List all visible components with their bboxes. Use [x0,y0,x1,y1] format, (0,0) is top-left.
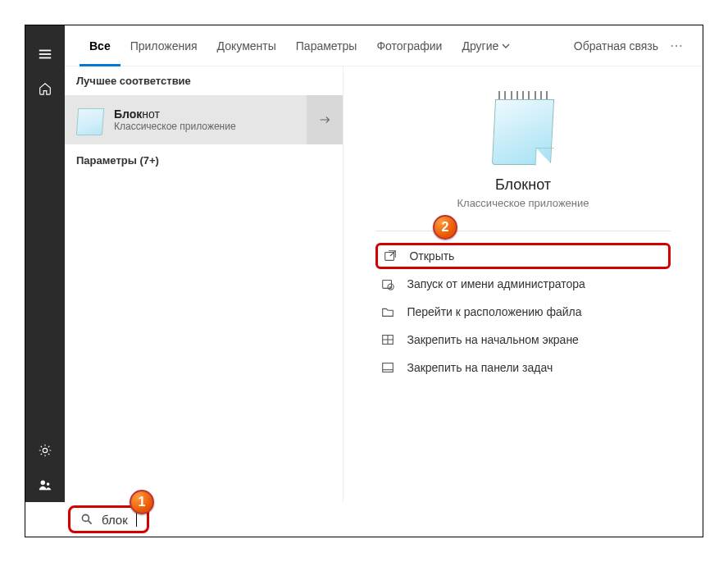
action-location-label: Перейти к расположению файла [407,305,581,318]
svg-rect-10 [383,363,394,372]
svg-point-5 [47,482,50,486]
folder-icon [380,304,395,319]
preview-subtitle: Классическое приложение [457,197,589,209]
best-match-header: Лучшее соответствие [65,66,343,95]
action-open-location[interactable]: Перейти к расположению файла [375,299,670,325]
tab-settings[interactable]: Параметры [286,25,367,66]
notepad-large-icon [490,91,556,165]
action-pin-start-label: Закрепить на начальном экране [407,333,579,346]
menu-icon[interactable] [25,37,65,71]
svg-point-12 [82,514,89,521]
feedback-link[interactable]: Обратная связь [567,39,665,53]
preview-title: Блокнот [495,176,551,194]
action-open-label: Открыть [409,249,454,263]
more-options-icon[interactable]: ⋯ [665,38,688,53]
divider [375,231,670,231]
annotation-badge-1: 1 [130,490,154,514]
notepad-icon [76,104,104,135]
result-title: Блокнот [114,107,236,121]
search-icon [80,513,93,526]
tab-more[interactable]: Другие [452,25,520,66]
svg-point-4 [41,481,45,485]
filter-tabs: Все Приложения Документы Параметры Фотог… [65,25,703,66]
tab-all[interactable]: Все [80,25,121,66]
pin-taskbar-icon [380,360,395,375]
action-pin-taskbar-label: Закрепить на панели задач [407,361,553,374]
action-run-as-admin[interactable]: Запуск от имени администратора [375,271,670,297]
expand-arrow-button[interactable] [307,95,343,144]
result-item-notepad[interactable]: Блокнот Классическое приложение [65,95,343,144]
annotation-badge-2: 2 [433,215,457,240]
admin-icon [380,276,395,291]
results-list: Лучшее соответствие Блокнот Классическое… [65,66,344,502]
chevron-down-icon [502,42,510,50]
action-open[interactable]: Открыть [375,243,670,269]
gear-icon[interactable] [25,433,65,468]
result-subtitle: Классическое приложение [114,121,236,132]
home-icon[interactable] [25,71,65,106]
open-icon [383,249,398,263]
action-pin-start[interactable]: Закрепить на начальном экране [375,327,670,353]
svg-line-13 [89,521,92,524]
preview-pane: Блокнот Классическое приложение Открыть … [344,66,703,502]
search-bar: блок [25,502,703,537]
user-icon[interactable] [25,468,65,502]
tab-photos[interactable]: Фотографии [366,25,452,66]
taskbar-sidebar [25,25,65,502]
text-cursor [136,512,137,527]
search-panel: Все Приложения Документы Параметры Фотог… [65,25,703,502]
action-admin-label: Запуск от имени администратора [407,277,585,290]
tab-more-label: Другие [462,25,498,66]
pin-start-icon [380,332,395,347]
search-query: блок [102,513,128,527]
svg-point-3 [43,448,47,452]
settings-group[interactable]: Параметры (7+) [65,144,343,176]
tab-apps[interactable]: Приложения [121,25,207,66]
tab-docs[interactable]: Документы [207,25,286,66]
action-pin-taskbar[interactable]: Закрепить на панели задач [375,354,670,381]
